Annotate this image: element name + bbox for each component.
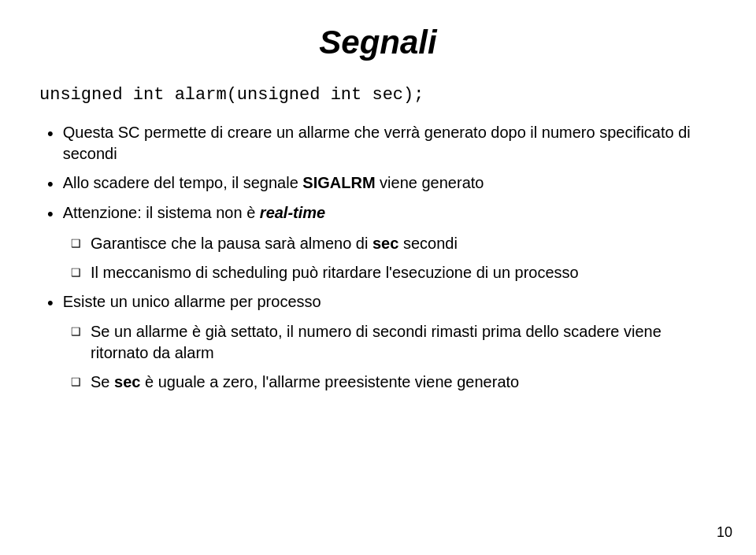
bullet-text: Se un allarme è già settato, il numero d…	[91, 321, 717, 364]
bullet-text: Il meccanismo di scheduling può ritardar…	[91, 262, 717, 283]
sec-bold-1: sec	[372, 235, 398, 252]
sub-bullet-marker: ❑	[71, 265, 81, 280]
list-item: ❑ Se un allarme è già settato, il numero…	[71, 321, 717, 364]
realtime-text: real-time	[260, 204, 325, 221]
bullet-marker: •	[47, 204, 54, 224]
bullet-text: Allo scadere del tempo, il segnale SIGAL…	[63, 172, 717, 194]
bullet-marker: •	[47, 174, 54, 194]
list-item: • Allo scadere del tempo, il segnale SIG…	[47, 172, 717, 194]
bullet-text: Attenzione: il sistema non è real-time	[63, 202, 717, 224]
sec-bold-2: sec	[114, 373, 140, 390]
sub-bullet-marker: ❑	[71, 324, 81, 339]
sub-bullet-marker: ❑	[71, 236, 81, 251]
bullet-list: • Questa SC permette di creare un allarm…	[47, 122, 717, 393]
slide-title: Segnali	[39, 24, 717, 61]
bullet-marker: •	[47, 293, 54, 313]
list-item: ❑ Garantisce che la pausa sarà almeno di…	[71, 233, 717, 254]
page-number: 10	[717, 524, 732, 541]
slide: Segnali unsigned int alarm(unsigned int …	[0, 0, 756, 555]
bullet-text: Questa SC permette di creare un allarme …	[63, 122, 717, 165]
code-line: unsigned int alarm(unsigned int sec);	[39, 85, 717, 105]
list-item: • Esiste un unico allarme per processo	[47, 291, 717, 313]
list-item: ❑ Se sec è uguale a zero, l'allarme pree…	[71, 372, 717, 393]
bullet-marker: •	[47, 124, 54, 144]
bullet-text: Se sec è uguale a zero, l'allarme preesi…	[91, 372, 717, 393]
bullet-text: Garantisce che la pausa sarà almeno di s…	[91, 233, 717, 254]
list-item: ❑ Il meccanismo di scheduling può ritard…	[71, 262, 717, 283]
bullet-text: Esiste un unico allarme per processo	[63, 291, 717, 313]
sub-bullet-marker: ❑	[71, 375, 81, 390]
list-item: • Attenzione: il sistema non è real-time	[47, 202, 717, 224]
sigalrm-bold: SIGALRM	[302, 174, 375, 191]
list-item: • Questa SC permette di creare un allarm…	[47, 122, 717, 165]
